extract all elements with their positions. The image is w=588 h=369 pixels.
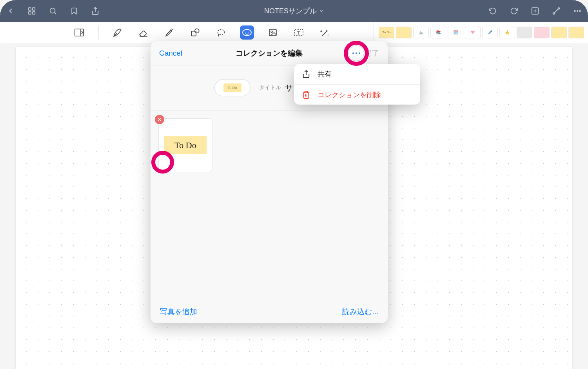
share-label: 共有 [318,69,332,79]
navbar-left-group [5,6,100,16]
import-button[interactable]: 読み込む... [342,307,378,317]
document-title[interactable]: NOTESサンプル [264,6,324,16]
more-options-button[interactable] [348,45,364,61]
svg-rect-16 [75,29,83,36]
navbar-right-group [488,6,583,16]
sticker-feather[interactable]: 🖊️ [482,27,498,38]
grid-icon[interactable] [27,6,37,16]
done-button[interactable]: 完了 [364,48,379,58]
share-menu-item[interactable]: 共有 [294,64,420,84]
sticker-bicycle[interactable]: 🚲 [413,27,429,38]
add-page-icon[interactable] [530,6,540,16]
sticker-todo[interactable]: To Do [379,27,394,38]
title-field-label: タイトル [259,84,281,91]
sticker-books[interactable]: 📚 [430,27,446,38]
eraser-tool-icon[interactable] [136,25,151,40]
add-photo-button[interactable]: 写真を追加 [160,307,197,317]
sticker-card[interactable]: To Do [158,118,212,172]
modal-title: コレクションを編集 [236,48,303,58]
search-icon[interactable] [48,6,58,16]
more-options-popover: 共有 コレクションを削除 [294,64,420,105]
svg-rect-3 [33,12,35,14]
svg-text:T: T [297,30,300,36]
toolbar-separator [98,25,99,40]
undo-icon[interactable] [488,6,498,16]
modal-header: Cancel コレクションを編集 完了 [151,41,388,65]
svg-point-28 [352,52,354,54]
svg-point-23 [248,32,249,33]
pen-tool-icon[interactable] [111,25,125,40]
svg-point-21 [243,29,251,36]
sticker-tray: To Do 🚲 📚 🗓️ ♥ 🖊️ ★ [374,22,584,43]
sticker-star[interactable]: ★ [499,27,515,38]
sticker-planner[interactable]: 🗓️ [448,27,463,38]
svg-point-20 [218,29,224,34]
sticker-card-label: To Do [164,136,207,154]
svg-point-4 [50,8,55,13]
close-icon [158,118,162,121]
svg-point-12 [553,13,555,14]
svg-point-29 [356,52,357,54]
sticker-heart[interactable]: ♥ [465,27,481,38]
highlighter-tool-icon[interactable] [162,25,176,40]
sticker-yellow-note[interactable] [551,27,567,38]
delete-collection-menu-item[interactable]: コレクションを削除 [294,84,420,105]
sticker-yellow-note-2[interactable] [568,27,584,38]
sticker-tool-icon[interactable] [240,25,254,40]
read-mode-icon[interactable] [73,25,87,40]
svg-rect-0 [29,8,31,10]
tool-toolbar: T To Do 🚲 📚 🗓️ ♥ 🖊️ ★ [0,22,588,43]
collection-chip[interactable]: To Do [214,79,250,96]
magic-tool-icon[interactable] [318,25,332,40]
svg-rect-1 [33,8,35,10]
document-title-text: NOTESサンプル [264,6,317,16]
svg-rect-2 [29,12,31,14]
svg-point-11 [558,8,560,9]
share-icon[interactable] [90,6,100,16]
top-navbar: NOTESサンプル [0,0,588,22]
chip-sticky-icon: To Do [223,83,241,92]
chevron-down-icon [319,9,324,13]
svg-point-25 [271,31,272,33]
trash-icon [302,90,310,99]
svg-rect-24 [269,29,276,36]
back-icon[interactable] [5,6,16,16]
image-tool-icon[interactable] [266,25,280,40]
more-dots-icon [352,52,361,54]
modal-body: To Do [151,110,388,300]
shape-tool-icon[interactable] [188,25,202,40]
delete-sticker-button[interactable] [155,115,164,124]
share-icon [302,69,310,79]
more-icon[interactable] [572,6,583,16]
lasso-tool-icon[interactable] [214,25,228,40]
delete-label: コレクションを削除 [318,90,381,99]
svg-point-30 [359,52,360,54]
svg-line-5 [54,13,56,14]
focus-mode-icon[interactable] [551,6,561,16]
modal-footer: 写真を追加 読み込む... [151,300,388,323]
svg-point-13 [574,10,576,12]
svg-point-19 [195,29,199,33]
text-tool-icon[interactable]: T [292,25,306,40]
redo-icon[interactable] [509,6,519,16]
sticker-pink-tape[interactable] [534,27,550,38]
svg-point-14 [577,10,578,12]
svg-point-22 [245,32,246,33]
svg-line-10 [554,9,559,13]
svg-point-15 [579,10,581,12]
cancel-button[interactable]: Cancel [159,49,182,58]
bookmark-icon[interactable] [69,6,79,16]
sticker-gray[interactable] [517,27,532,38]
sticker-blank-yellow[interactable] [396,27,412,38]
